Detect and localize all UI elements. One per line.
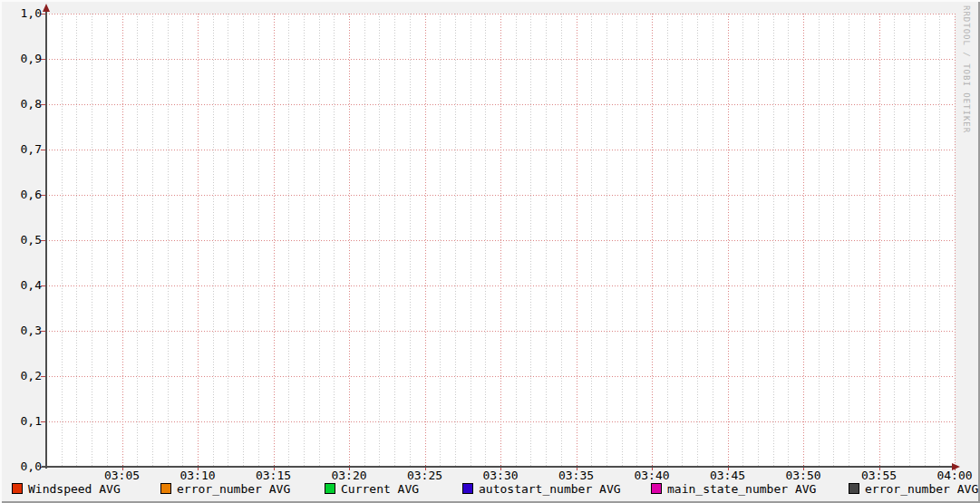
y-tick-label: 0,7 xyxy=(5,143,42,155)
legend-item: Windspeed AVG xyxy=(12,481,121,496)
legend-item: Current AVG xyxy=(325,481,419,496)
legend-color-swatch xyxy=(849,483,859,494)
major-horizontal-gridline xyxy=(46,104,955,105)
legend-item: main_state_number AVG xyxy=(651,481,816,496)
major-vertical-gridline xyxy=(955,14,956,467)
x-tick-label: 03:15 xyxy=(256,469,291,482)
legend-item: autostart_number AVG xyxy=(462,481,621,496)
y-axis-arrow-icon xyxy=(43,4,50,12)
legend-label: error_number AVG xyxy=(177,482,290,496)
legend-label: autostart_number AVG xyxy=(479,482,621,496)
y-tick-label: 0,9 xyxy=(5,53,42,64)
y-tick-label: 0,5 xyxy=(5,234,42,246)
legend-label: Windspeed AVG xyxy=(28,482,121,496)
legend-color-swatch xyxy=(12,483,23,494)
legend-label: error_number AVG xyxy=(865,482,978,496)
major-horizontal-gridline xyxy=(46,285,955,286)
x-tick-label: 03:20 xyxy=(331,469,366,482)
y-tick-label: 0,3 xyxy=(5,324,42,336)
x-axis-line xyxy=(42,466,952,468)
watermark-text: RRDTOOL / TOBI OETIKER xyxy=(962,5,971,133)
x-tick-label: 03:25 xyxy=(407,469,442,482)
legend-color-swatch xyxy=(462,483,473,494)
major-horizontal-gridline xyxy=(46,150,955,150)
y-axis-line xyxy=(45,7,47,469)
major-horizontal-gridline xyxy=(46,59,955,60)
legend-color-swatch xyxy=(651,483,662,494)
legend-item: error_number AVG xyxy=(849,481,978,496)
legend-item: error_number AVG xyxy=(160,481,290,496)
x-tick-label: 03:55 xyxy=(861,469,897,482)
legend-label: main_state_number AVG xyxy=(667,482,816,496)
major-horizontal-gridline xyxy=(46,240,955,241)
x-tick-label: 03:50 xyxy=(785,469,820,482)
y-tick-label: 0,2 xyxy=(5,370,42,382)
x-tick-label: 03:05 xyxy=(104,469,140,482)
x-tick-label: 03:35 xyxy=(558,469,594,482)
y-tick-label: 0,6 xyxy=(5,189,42,200)
legend-color-swatch xyxy=(160,483,171,494)
y-tick-label: 0,0 xyxy=(5,460,42,472)
x-tick-label: 03:45 xyxy=(710,469,745,482)
rrdtool-graph: 03:0503:1003:1503:2003:2503:3003:3503:40… xyxy=(0,0,980,503)
x-tick-label: 03:10 xyxy=(180,469,215,482)
major-horizontal-gridline xyxy=(46,195,955,196)
major-horizontal-gridline xyxy=(46,331,955,332)
x-tick-label: 03:30 xyxy=(482,469,518,482)
y-tick-label: 0,4 xyxy=(5,279,42,291)
x-tick-label: 04:00 xyxy=(936,469,972,482)
major-horizontal-gridline xyxy=(46,421,955,422)
x-tick-label: 03:40 xyxy=(634,469,669,482)
y-tick-label: 1,0 xyxy=(5,7,42,19)
y-tick-label: 0,8 xyxy=(5,98,42,110)
y-tick-label: 0,1 xyxy=(5,415,42,427)
legend-label: Current AVG xyxy=(341,482,419,496)
major-horizontal-gridline xyxy=(46,376,955,377)
major-horizontal-gridline xyxy=(46,14,955,15)
legend-color-swatch xyxy=(325,483,335,494)
